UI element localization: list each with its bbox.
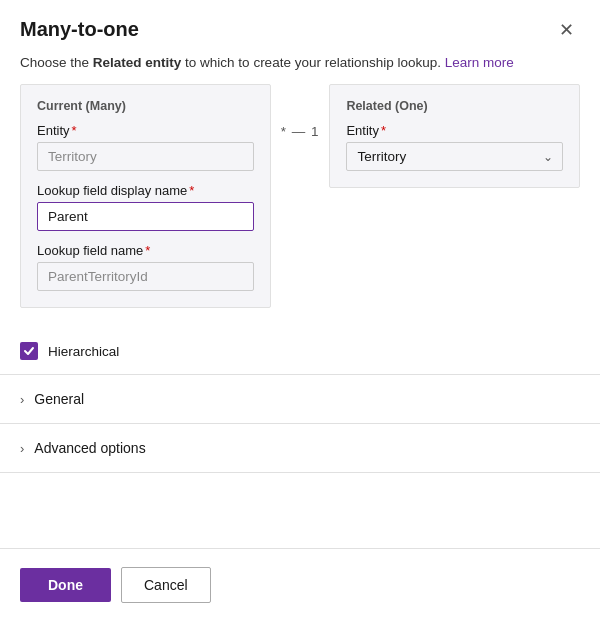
related-entity-label: Entity *	[346, 123, 563, 138]
related-entity-box: Related (One) Entity * Territory ⌄	[329, 84, 580, 188]
many-to-one-dialog: Many-to-one ✕ Choose the Related entity …	[0, 0, 600, 621]
related-entity-required-star: *	[381, 123, 386, 138]
cancel-button[interactable]: Cancel	[121, 567, 211, 603]
lookup-name-label: Lookup field name *	[37, 243, 254, 258]
related-box-header: Related (One)	[346, 99, 563, 113]
related-entity-select[interactable]: Territory	[346, 142, 563, 171]
dialog-footer: Done Cancel	[0, 548, 600, 621]
lookup-display-input[interactable]	[37, 202, 254, 231]
dialog-subtitle: Choose the Related entity to which to cr…	[0, 51, 600, 84]
subtitle-bold: Related entity	[93, 55, 182, 70]
advanced-options-section-label: Advanced options	[34, 440, 145, 456]
close-button[interactable]: ✕	[553, 19, 580, 41]
lookup-display-label: Lookup field display name *	[37, 183, 254, 198]
subtitle-suffix: to which to create your relationship loo…	[181, 55, 441, 70]
advanced-options-section-header[interactable]: › Advanced options	[0, 424, 600, 472]
current-box-header: Current (Many)	[37, 99, 254, 113]
hierarchical-label: Hierarchical	[48, 344, 119, 359]
current-entity-box: Current (Many) Entity * Lookup field dis…	[20, 84, 271, 308]
dialog-title: Many-to-one	[20, 18, 139, 41]
hierarchical-checkbox[interactable]	[20, 342, 38, 360]
connector-column: * — 1	[271, 84, 330, 139]
learn-more-link[interactable]: Learn more	[445, 55, 514, 70]
related-entity-select-wrapper: Territory ⌄	[346, 142, 563, 171]
entities-row: Current (Many) Entity * Lookup field dis…	[0, 84, 600, 308]
lookup-display-required-star: *	[189, 183, 194, 198]
connector-text: * — 1	[281, 124, 320, 139]
current-entity-required-star: *	[72, 123, 77, 138]
advanced-chevron-icon: ›	[20, 441, 24, 456]
subtitle-prefix: Choose the	[20, 55, 93, 70]
general-section: › General	[0, 375, 600, 424]
advanced-options-section: › Advanced options	[0, 424, 600, 473]
general-section-header[interactable]: › General	[0, 375, 600, 423]
checkmark-icon	[23, 345, 35, 357]
done-button[interactable]: Done	[20, 568, 111, 602]
general-chevron-icon: ›	[20, 392, 24, 407]
general-section-label: General	[34, 391, 84, 407]
current-entity-label: Entity *	[37, 123, 254, 138]
dialog-header: Many-to-one ✕	[0, 0, 600, 51]
hierarchical-row: Hierarchical	[0, 326, 600, 375]
current-entity-input[interactable]	[37, 142, 254, 171]
lookup-name-input[interactable]	[37, 262, 254, 291]
lookup-name-required-star: *	[145, 243, 150, 258]
